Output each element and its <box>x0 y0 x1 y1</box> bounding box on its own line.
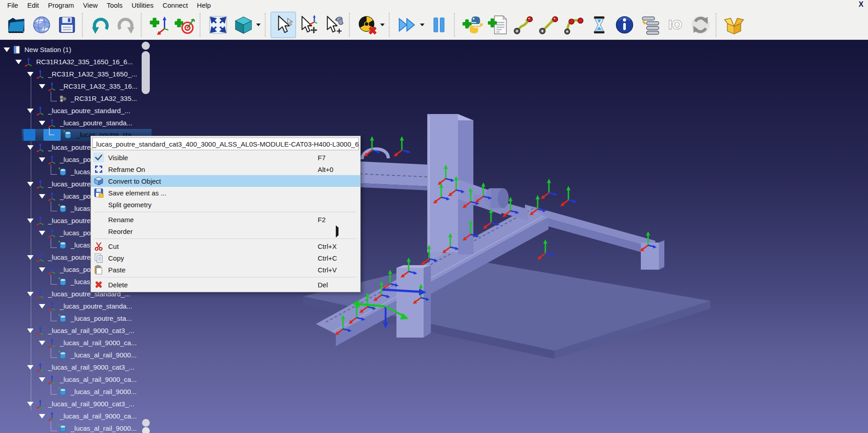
menu-item-rename[interactable]: Rename F2 <box>91 214 360 225</box>
menu-item-copy[interactable]: Copy Ctrl+C <box>91 252 360 264</box>
view-dropdown-caret[interactable] <box>256 24 261 26</box>
view-orientation-button[interactable] <box>231 12 256 38</box>
tree-item[interactable]: _RC31R_1A32_335... <box>0 92 152 105</box>
toolbar-separator <box>715 13 718 37</box>
window-close-button[interactable]: X <box>858 0 863 9</box>
tree-scrollbar-bottom[interactable] <box>142 427 150 433</box>
redo-button[interactable] <box>113 12 138 38</box>
move-circular-instruction-button[interactable] <box>561 12 587 38</box>
menu-help[interactable]: Help <box>192 1 215 10</box>
tree-item[interactable]: _lucas_al_rail_9000_ca... <box>0 373 152 385</box>
menu-connect[interactable]: Connect <box>158 1 192 10</box>
menu-item-reorder[interactable]: Reorder <box>91 225 360 237</box>
pause-simulation-button[interactable] <box>426 12 452 38</box>
tree-item[interactable]: _lucas_al_rail_9000_cat3_... <box>0 398 152 410</box>
package-box-icon <box>724 14 744 35</box>
tree-item[interactable]: _lucas_poutre_standa... <box>0 117 152 129</box>
tree-item-station[interactable]: New Station (1) <box>0 43 152 56</box>
add-target-button[interactable] <box>172 12 197 38</box>
menu-edit[interactable]: Edit <box>23 1 43 10</box>
collapse-icon[interactable] <box>39 377 45 382</box>
tree-item[interactable]: _lucas_al_rail_9000_ca... <box>0 410 152 422</box>
add-program-button[interactable] <box>485 12 510 38</box>
collapse-icon[interactable] <box>39 341 45 345</box>
wait-instruction-button[interactable] <box>587 12 612 38</box>
tree-scrollbar-bottom[interactable] <box>142 419 150 427</box>
tree-item[interactable]: _RC31R_1A32_335_16... <box>0 80 152 92</box>
add-reference-frame-button[interactable] <box>147 12 172 38</box>
menu-item-delete[interactable]: Delete Del <box>91 279 360 290</box>
select-cursor-button[interactable] <box>271 12 296 38</box>
collapse-icon[interactable] <box>39 84 45 89</box>
tree-item[interactable]: _lucas_al_rail_9000_ca... <box>0 337 152 349</box>
check-collisions-button[interactable] <box>355 12 380 38</box>
move-linear-instruction-button[interactable] <box>536 12 561 38</box>
menu-item-convert-to-object[interactable]: Convert to Object <box>91 175 360 187</box>
menu-item-paste[interactable]: Paste Ctrl+V <box>91 264 360 276</box>
tree-scrollbar-top[interactable] <box>142 42 150 50</box>
fit-all-button[interactable] <box>205 12 231 38</box>
collapse-icon[interactable] <box>39 414 45 419</box>
menu-item-cut[interactable]: Cut Ctrl+X <box>91 240 360 252</box>
collapse-icon[interactable] <box>39 194 45 199</box>
menu-item-reframe-on[interactable]: Reframe On Alt+0 <box>91 163 360 175</box>
tree-scrollbar-thumb[interactable] <box>142 51 150 94</box>
collapse-icon[interactable] <box>27 255 33 260</box>
set-io-instruction-button[interactable]: IO <box>663 12 688 38</box>
open-file-button[interactable] <box>4 12 29 38</box>
program-call-instruction-button[interactable] <box>637 12 663 38</box>
undo-button[interactable] <box>88 12 113 38</box>
menu-view[interactable]: View <box>79 1 102 10</box>
tree-item[interactable]: _lucas_al_rail_9000_cat3_... <box>0 324 152 337</box>
collapse-icon[interactable] <box>27 292 33 296</box>
collapse-icon[interactable] <box>27 328 33 333</box>
open-library-button[interactable] <box>29 12 54 38</box>
tree-item[interactable]: _lucas_al_rail_9000... <box>0 422 152 433</box>
show-message-instruction-button[interactable] <box>612 12 637 38</box>
menu-file[interactable]: File <box>3 1 23 10</box>
export-simulation-button[interactable] <box>721 12 747 38</box>
collapse-icon[interactable] <box>27 145 33 150</box>
menu-program[interactable]: Program <box>43 1 79 10</box>
collapse-icon[interactable] <box>39 267 45 272</box>
object-icon <box>58 424 67 433</box>
tree-item[interactable]: _lucas_al_rail_9000... <box>0 349 152 361</box>
collapse-icon[interactable] <box>27 402 33 406</box>
collision-dropdown-caret[interactable] <box>380 24 385 26</box>
tree-item[interactable]: _lucas_poutre_standa... <box>0 300 152 312</box>
update-program-button[interactable] <box>688 12 713 38</box>
fast-simulation-button[interactable] <box>395 12 420 38</box>
speed-dropdown-caret[interactable] <box>420 24 424 26</box>
branch-connector <box>51 91 57 101</box>
move-tool-cursor-button[interactable] <box>321 12 347 38</box>
collapse-icon[interactable] <box>27 219 33 223</box>
move-reference-cursor-icon <box>298 14 319 35</box>
menu-item-save-element-as[interactable]: Save element as ... <box>91 187 360 199</box>
move-reference-cursor-button[interactable] <box>296 12 321 38</box>
add-python-program-button[interactable] <box>460 12 485 38</box>
collapse-icon[interactable] <box>27 72 33 76</box>
tree-item[interactable]: _lucas_poutre_sta... <box>0 312 152 324</box>
collapse-icon[interactable] <box>39 157 45 162</box>
menu-item-split-geometry[interactable]: Split geometry <box>91 199 360 210</box>
save-station-button[interactable] <box>54 12 80 38</box>
collapse-icon[interactable] <box>27 109 33 113</box>
collapse-icon[interactable] <box>39 121 45 125</box>
tree-item-robot-frame[interactable]: RC31R1A32_335_1650_16_6... <box>0 56 152 68</box>
menu-tools[interactable]: Tools <box>102 1 127 10</box>
tree-item[interactable]: _lucas_al_rail_9000... <box>0 385 152 398</box>
reference-frame-icon <box>36 106 45 115</box>
collapse-icon[interactable] <box>27 365 33 370</box>
move-joint-instruction-button[interactable] <box>510 12 536 38</box>
collapse-icon[interactable] <box>39 304 45 309</box>
collapse-icon[interactable] <box>39 231 45 235</box>
tree-item[interactable]: _RC31R_1A32_335_1650_... <box>0 68 152 80</box>
tree-item[interactable]: _lucas_poutre_standard_... <box>0 105 152 117</box>
reference-frame-icon <box>36 143 45 152</box>
collapse-icon[interactable] <box>27 182 33 186</box>
collapse-icon[interactable] <box>15 60 22 64</box>
menu-item-visible[interactable]: Visible F7 <box>91 152 360 163</box>
collapse-icon[interactable] <box>4 48 10 52</box>
tree-item[interactable]: _lucas_al_rail_9000_cat3_... <box>0 361 152 373</box>
menu-utilities[interactable]: Utilities <box>127 1 158 10</box>
